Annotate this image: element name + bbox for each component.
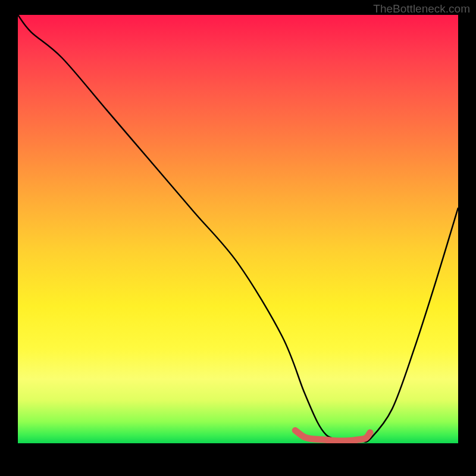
plot-area [18,15,458,443]
watermark-text: TheBottleneck.com [373,2,470,15]
optimal-marker [295,430,370,440]
chart-container: TheBottleneck.com [0,0,476,476]
bottleneck-curve [18,15,458,442]
curve-svg [18,15,458,443]
